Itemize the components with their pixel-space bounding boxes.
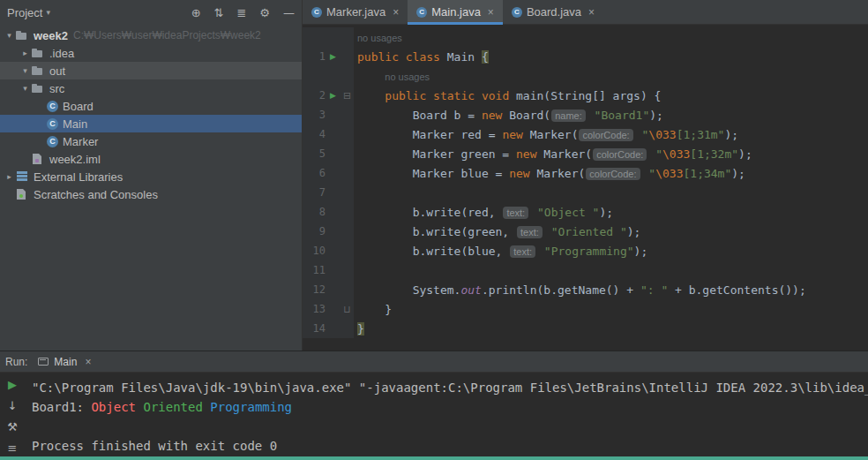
expand-all-icon[interactable]: ⇅ xyxy=(214,6,224,19)
usages-hint[interactable]: no usages xyxy=(357,33,402,43)
code-text[interactable]: no usages xyxy=(354,31,402,44)
gutter: 8 xyxy=(303,202,354,222)
fold-marker-icon[interactable]: ⊔ xyxy=(340,304,354,315)
code-line: 14} xyxy=(303,319,868,338)
code-text[interactable]: public static void main(String[] args) { xyxy=(354,89,661,102)
gutter xyxy=(303,66,354,86)
tree-item-marker[interactable]: CMarker xyxy=(0,132,302,150)
class-icon: C xyxy=(47,101,58,112)
line-number: 5 xyxy=(303,147,326,160)
code-line: 1▶public class Main { xyxy=(303,47,868,66)
close-tab-icon[interactable]: × xyxy=(588,6,595,19)
project-panel-title[interactable]: Project xyxy=(7,6,42,19)
chevron-down-icon[interactable]: ▾ xyxy=(46,8,50,17)
tab-marker-java[interactable]: CMarker.java× xyxy=(303,0,408,24)
code-token: b.write(blue, xyxy=(413,245,510,258)
tree-item-src[interactable]: ▾src xyxy=(0,79,302,97)
tree-item-main[interactable]: CMain xyxy=(0,115,302,132)
console-output: "C:\Program Files\Java\jdk-19\bin\java.e… xyxy=(25,373,868,456)
code-token xyxy=(635,128,642,141)
code-text[interactable]: Board b = new Board(name: "Board1"); xyxy=(354,109,663,122)
tree-item-idea[interactable]: ▸.idea xyxy=(0,44,302,62)
intellij-window: Project ▾ ⊕⇅≣⚙— ▾week2C:₩Users₩user₩idea… xyxy=(0,0,868,460)
run-tool-window: Run: Main × ▶↓⚒≡⇊ "C:\Program Files\Java… xyxy=(0,351,868,456)
code-token: [1;34m" xyxy=(683,167,731,180)
build-settings-icon[interactable]: ⚒ xyxy=(7,421,18,433)
java-class-icon: C xyxy=(416,7,427,18)
run-tab-main[interactable]: Main × xyxy=(38,356,91,368)
code-text[interactable]: b.write(red, text: "Object "); xyxy=(354,206,613,219)
tree-item-week2-iml[interactable]: week2.iml xyxy=(0,150,302,168)
close-tab-icon[interactable]: × xyxy=(488,6,494,19)
tree-item-out[interactable]: ▾out xyxy=(0,62,302,79)
line-number: 2 xyxy=(303,89,326,102)
tree-item-board[interactable]: CBoard xyxy=(0,97,302,115)
code-token: ); xyxy=(599,206,613,219)
code-token: System. xyxy=(413,283,461,297)
run-line-icon[interactable]: ▶ xyxy=(326,52,340,61)
parameter-hint: colorCode: xyxy=(586,168,640,180)
line-number: 7 xyxy=(303,186,326,199)
tree-item-label: week2.iml xyxy=(49,153,101,166)
usages-hint[interactable]: no usages xyxy=(385,72,430,82)
chevron-down-icon[interactable]: ▾ xyxy=(4,31,15,40)
down-stack-icon[interactable]: ↓ xyxy=(8,400,18,411)
code-token: ); xyxy=(634,245,648,258)
code-token: [1;31m" xyxy=(677,128,725,141)
java-class-icon: C xyxy=(512,7,522,18)
chevron-down-icon[interactable]: ▾ xyxy=(19,66,31,75)
fold-marker-icon[interactable]: ⊟ xyxy=(340,90,354,102)
code-token: ); xyxy=(627,225,641,238)
code-token: Marker( xyxy=(523,128,579,141)
editor-inlay-row: no usages xyxy=(303,66,868,86)
close-tab-icon[interactable]: × xyxy=(393,6,399,19)
soft-wrap-icon[interactable]: ≡ xyxy=(8,442,18,454)
settings-gear-icon[interactable]: ⚙ xyxy=(259,6,270,19)
code-token: \033 xyxy=(648,128,676,141)
code-token: new xyxy=(482,109,502,122)
code-token: } xyxy=(385,303,392,316)
code-token: Board( xyxy=(502,109,550,122)
rerun-button[interactable]: ▶ xyxy=(8,379,17,390)
gutter: 3 xyxy=(303,105,354,124)
tree-item-week2[interactable]: ▾week2C:₩Users₩user₩ideaProjects₩week2 xyxy=(0,26,302,44)
code-text[interactable]: System.out.println(b.getName() + ": " + … xyxy=(354,283,806,297)
gutter: 11 xyxy=(303,260,354,280)
locate-file-icon[interactable]: ⊕ xyxy=(191,6,201,19)
chevron-down-icon[interactable]: ▾ xyxy=(19,84,31,93)
run-panel-header: Run: Main × xyxy=(0,351,868,373)
code-text[interactable]: } xyxy=(354,322,364,336)
tree-item-external-libraries[interactable]: ▸External Libraries xyxy=(0,168,302,185)
hide-panel-icon[interactable]: — xyxy=(283,6,295,19)
gutter: 7 xyxy=(303,183,354,202)
run-toolbar: ▶↓⚒≡⇊ xyxy=(0,373,25,456)
code-line: 9 b.write(green, text: "Oriented "); xyxy=(303,222,868,241)
code-text[interactable]: public class Main { xyxy=(354,50,489,64)
close-tab-icon[interactable]: × xyxy=(85,356,91,368)
code-text[interactable]: b.write(blue, text: "Programming"); xyxy=(354,245,647,258)
tab-label: Board.java xyxy=(527,5,581,19)
code-text[interactable]: } xyxy=(354,303,392,316)
run-line-icon[interactable]: ▶ xyxy=(326,91,340,100)
code-token: " xyxy=(655,147,662,161)
code-token: \033 xyxy=(662,147,690,161)
tree-item-scratches-and-consoles[interactable]: Scratches and Consoles xyxy=(0,185,302,203)
project-panel-header: Project ▾ ⊕⇅≣⚙— xyxy=(0,0,302,25)
chevron-right-icon[interactable]: ▸ xyxy=(19,49,31,57)
tab-main-java[interactable]: CMain.java× xyxy=(408,0,503,24)
code-editor[interactable]: no usages1▶public class Main { no usages… xyxy=(303,25,868,351)
code-line: 4 Marker red = new Marker(colorCode: "\0… xyxy=(303,124,868,144)
code-text[interactable]: no usages xyxy=(354,70,430,83)
code-text[interactable]: b.write(green, text: "Oriented "); xyxy=(354,225,640,238)
gutter: 12 xyxy=(303,280,354,299)
code-token xyxy=(648,147,655,161)
code-text[interactable]: Marker green = new Marker(colorCode: "\0… xyxy=(354,147,752,161)
code-text[interactable]: Marker blue = new Marker(colorCode: "\03… xyxy=(354,167,745,180)
tab-board-java[interactable]: CBoard.java× xyxy=(503,0,603,24)
console-token: "C:\Program Files\Java\jdk-19\bin\java.e… xyxy=(32,381,868,395)
code-line: 7 xyxy=(303,183,868,202)
code-line: 12 System.out.println(b.getName() + ": "… xyxy=(303,280,868,299)
code-text[interactable]: Marker red = new Marker(colorCode: "\033… xyxy=(354,128,738,141)
collapse-all-icon[interactable]: ≣ xyxy=(236,6,246,19)
chevron-right-icon[interactable]: ▸ xyxy=(4,172,15,181)
